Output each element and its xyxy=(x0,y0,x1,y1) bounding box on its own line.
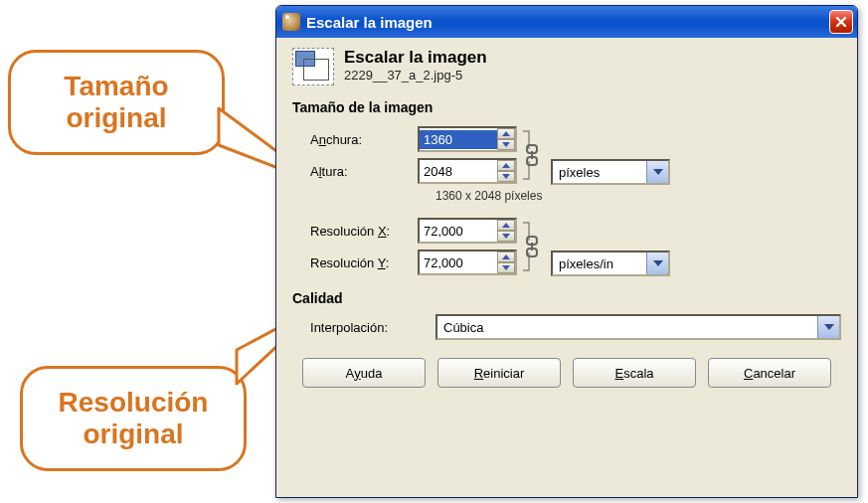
scale-button[interactable]: Escala xyxy=(573,358,696,388)
resy-label: Resolución Y: xyxy=(310,255,418,270)
width-spinbox[interactable] xyxy=(418,126,517,152)
resy-spinbox[interactable] xyxy=(418,250,517,275)
size-unit-drop[interactable] xyxy=(646,161,668,183)
width-up[interactable] xyxy=(497,128,515,139)
height-label: Altura: xyxy=(310,164,418,179)
width-down[interactable] xyxy=(497,139,515,150)
resolution-chain-link[interactable] xyxy=(521,219,543,274)
svg-marker-13 xyxy=(502,254,510,259)
svg-marker-4 xyxy=(502,142,510,147)
resx-input[interactable] xyxy=(420,222,497,241)
resx-up[interactable] xyxy=(497,220,515,231)
svg-marker-14 xyxy=(502,265,510,270)
svg-marker-3 xyxy=(502,131,510,136)
width-input[interactable] xyxy=(420,130,497,149)
resy-up[interactable] xyxy=(497,252,515,262)
close-icon xyxy=(835,16,847,28)
cancel-button[interactable]: Cancelar xyxy=(708,358,831,388)
size-chain-link[interactable] xyxy=(521,127,543,183)
size-unit-value: píxeles xyxy=(553,163,646,182)
help-button[interactable]: Ayuda xyxy=(302,358,426,388)
chevron-down-icon xyxy=(653,169,663,175)
svg-marker-19 xyxy=(824,324,834,330)
size-unit-combo[interactable]: píxeles xyxy=(551,159,670,185)
section-size: Tamaño de la imagen xyxy=(292,99,841,115)
titlebar[interactable]: Escalar la imagen xyxy=(276,6,857,38)
window-title: Escalar la imagen xyxy=(306,14,433,31)
dialog-subtitle: 2229__37_a_2.jpg-5 xyxy=(344,68,487,83)
resolution-unit-combo[interactable]: píxeles/in xyxy=(551,251,670,276)
resy-input[interactable] xyxy=(420,253,497,272)
reset-button[interactable]: Reiniciar xyxy=(437,358,561,388)
callout-size-text: Tamaño original xyxy=(64,71,168,134)
svg-marker-18 xyxy=(653,260,663,266)
close-button[interactable] xyxy=(829,10,853,34)
chevron-down-icon xyxy=(824,324,834,330)
chevron-down-icon xyxy=(653,260,663,266)
svg-marker-12 xyxy=(502,234,510,239)
scale-image-dialog: Escalar la imagen Escalar la imagen 2229… xyxy=(275,5,858,498)
svg-marker-6 xyxy=(502,174,510,179)
height-spinbox[interactable] xyxy=(418,158,517,184)
section-quality: Calidad xyxy=(292,290,841,306)
interpolation-label: Interpolación: xyxy=(310,320,435,335)
svg-marker-11 xyxy=(502,223,510,228)
callout-size: Tamaño original xyxy=(8,50,225,155)
height-input[interactable] xyxy=(420,162,497,181)
resolution-unit-value: píxeles/in xyxy=(553,254,646,273)
callout-resolution: Resolución original xyxy=(20,366,247,471)
resy-down[interactable] xyxy=(497,262,515,273)
pixel-info: 1360 x 2048 píxeles xyxy=(435,189,841,203)
dialog-title: Escalar la imagen xyxy=(344,48,487,68)
height-up[interactable] xyxy=(497,160,515,171)
resolution-unit-drop[interactable] xyxy=(646,252,668,274)
callout-resolution-text: Resolución original xyxy=(59,387,209,450)
interpolation-value: Cúbica xyxy=(437,318,817,337)
resx-label: Resolución X: xyxy=(310,224,418,239)
svg-marker-10 xyxy=(653,169,663,175)
interpolation-drop[interactable] xyxy=(817,316,839,338)
width-label: Anchura: xyxy=(310,132,418,147)
resx-down[interactable] xyxy=(497,231,515,242)
height-down[interactable] xyxy=(497,171,515,182)
scale-icon xyxy=(292,48,334,85)
gimp-icon xyxy=(282,13,300,31)
svg-marker-5 xyxy=(502,163,510,168)
resx-spinbox[interactable] xyxy=(418,218,517,244)
dialog-content: Escalar la imagen 2229__37_a_2.jpg-5 Tam… xyxy=(276,38,857,404)
interpolation-combo[interactable]: Cúbica xyxy=(435,314,841,340)
